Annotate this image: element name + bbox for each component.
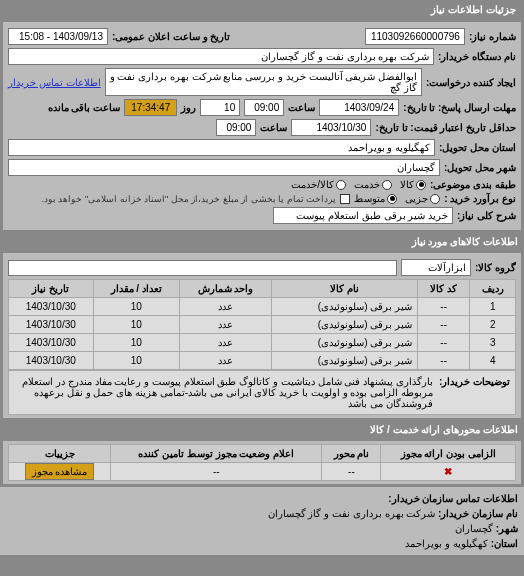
page-title: جزئیات اطلاعات نیاز bbox=[431, 4, 516, 15]
desc-label: توضیحات خریدار: bbox=[439, 376, 510, 409]
footer-org-label: نام سازمان خریدار: bbox=[438, 508, 518, 519]
footer-city: گچساران bbox=[455, 523, 493, 534]
time-label-2: ساعت bbox=[260, 122, 287, 133]
table-row: 4--شیر برقی (سلونوئیدی)عدد101403/10/30 bbox=[9, 352, 516, 370]
radio-both[interactable] bbox=[336, 180, 346, 190]
col-name: نام کالا bbox=[272, 280, 418, 298]
view-permit-button[interactable]: مشاهده مجوز bbox=[25, 463, 95, 480]
col-unit: واحد شمارش bbox=[179, 280, 271, 298]
timer-label: ساعت باقی مانده bbox=[48, 102, 121, 113]
required-icon: ✖ bbox=[444, 466, 452, 477]
subject-field: خرید شیر برقی طبق استعلام پیوست bbox=[273, 207, 453, 224]
radio-minor[interactable] bbox=[430, 194, 440, 204]
col-code: کد کالا bbox=[418, 280, 470, 298]
treasury-checkbox[interactable] bbox=[340, 194, 350, 204]
deadline-label: مهلت ارسال پاسخ: تا تاریخ: bbox=[403, 102, 516, 113]
req-no-field: 1103092660000796 bbox=[365, 28, 465, 45]
axes-row: ✖ -- -- مشاهده مجوز bbox=[9, 463, 516, 481]
table-row: 1--شیر برقی (سلونوئیدی)عدد101403/10/30 bbox=[9, 298, 516, 316]
budget-label: طبقه بندی موضوعی: bbox=[430, 179, 516, 190]
creator-field: ابوالفضل شریفی آنالیست خرید و بررسی مناب… bbox=[105, 68, 423, 96]
days-left: 10 bbox=[200, 99, 240, 116]
col-required: الزامی بودن ارائه مجوز bbox=[381, 445, 516, 463]
table-row: 3--شیر برقی (سلونوئیدی)عدد101403/10/30 bbox=[9, 334, 516, 352]
col-axis: نام محور bbox=[322, 445, 381, 463]
desc-text: بارگذاری پیشنهاد فنی شامل دیتاشیت و کاتا… bbox=[14, 376, 433, 409]
ann-date-label: تاریخ و ساعت اعلان عمومی: bbox=[112, 31, 230, 42]
buyer-field: شرکت بهره برداری نفت و گاز گچساران bbox=[8, 48, 434, 65]
table-row: 2--شیر برقی (سلونوئیدی)عدد101403/10/30 bbox=[9, 316, 516, 334]
col-date: تاریخ نیاز bbox=[9, 280, 94, 298]
radio-service[interactable] bbox=[382, 180, 392, 190]
group-label: گروه کالا: bbox=[475, 262, 516, 273]
deadline-date: 1403/09/24 bbox=[319, 99, 399, 116]
countdown-timer: 17:34:47 bbox=[124, 99, 177, 116]
footer-org: شرکت بهره برداری نفت و گاز گچساران bbox=[268, 508, 436, 519]
city-field: گچساران bbox=[8, 159, 440, 176]
col-status: اعلام وضعیت مجوز توسط تامین کننده bbox=[111, 445, 322, 463]
footer-contact: اطلاعات تماس سازمان خریدار: نام سازمان خ… bbox=[0, 487, 524, 555]
purchase-radios: جزیی متوسط bbox=[354, 193, 440, 204]
col-qty: تعداد / مقدار bbox=[93, 280, 179, 298]
time-label-1: ساعت bbox=[288, 102, 315, 113]
ann-date-field: 1403/09/13 - 15:08 bbox=[8, 28, 108, 45]
validity-time: 09:00 bbox=[216, 119, 256, 136]
axes-panel: الزامی بودن ارائه مجوز نام محور اعلام وض… bbox=[2, 440, 522, 485]
province-field: کهگیلویه و بویراحمد bbox=[8, 139, 435, 156]
group-field-extra bbox=[8, 260, 397, 276]
contact-link[interactable]: اطلاعات تماس خریدار bbox=[8, 77, 101, 88]
footer-title: اطلاعات تماس سازمان خریدار: bbox=[388, 493, 518, 504]
city-label: شهر محل تحویل: bbox=[444, 162, 516, 173]
province-label: استان محل تحویل: bbox=[439, 142, 516, 153]
subject-label: شرح کلی نیاز: bbox=[457, 210, 516, 221]
axes-table: الزامی بودن ارائه مجوز نام محور اعلام وض… bbox=[8, 444, 516, 481]
radio-medium[interactable] bbox=[387, 194, 397, 204]
main-panel: شماره نیاز: 1103092660000796 تاریخ و ساع… bbox=[2, 21, 522, 231]
axes-section-title: اطلاعات محورهای ارائه خدمت / کالا bbox=[0, 421, 524, 438]
axis-name: -- bbox=[322, 463, 381, 481]
footer-province-label: استان: bbox=[491, 538, 518, 549]
deadline-time: 09:00 bbox=[244, 99, 284, 116]
buyer-label: نام دستگاه خریدار: bbox=[438, 51, 516, 62]
validity-label: حداقل تاریخ اعتبار قیمت: تا تاریخ: bbox=[375, 122, 516, 133]
col-row: ردیف bbox=[470, 280, 516, 298]
goods-section-title: اطلاعات کالاهای مورد نیاز bbox=[0, 233, 524, 250]
group-field: ابزارآلات bbox=[401, 259, 471, 276]
page-header: جزئیات اطلاعات نیاز bbox=[0, 0, 524, 19]
purchase-type-label: نوع برآورد خرید : bbox=[444, 193, 516, 204]
footer-city-label: شهر: bbox=[496, 523, 518, 534]
goods-table: ردیف کد کالا نام کالا واحد شمارش تعداد /… bbox=[8, 279, 516, 370]
goods-panel: گروه کالا: ابزارآلات ردیف کد کالا نام کا… bbox=[2, 252, 522, 419]
buyer-desc-box: توضیحات خریدار: بارگذاری پیشنهاد فنی شام… bbox=[8, 370, 516, 415]
footer-province: کهگیلویه و بویراحمد bbox=[405, 538, 488, 549]
budget-radios: کالا خدمت کالا/خدمت bbox=[291, 179, 426, 190]
days-left-label: روز bbox=[181, 102, 196, 113]
col-details: جزییات bbox=[9, 445, 111, 463]
creator-label: ایجاد کننده درخواست: bbox=[426, 77, 516, 88]
purchase-note: پرداخت تمام یا بخشی از مبلغ خرید،از محل … bbox=[41, 194, 336, 204]
req-no-label: شماره نیاز: bbox=[469, 31, 516, 42]
axis-status: -- bbox=[111, 463, 322, 481]
validity-date: 1403/10/30 bbox=[291, 119, 371, 136]
radio-goods[interactable] bbox=[416, 180, 426, 190]
